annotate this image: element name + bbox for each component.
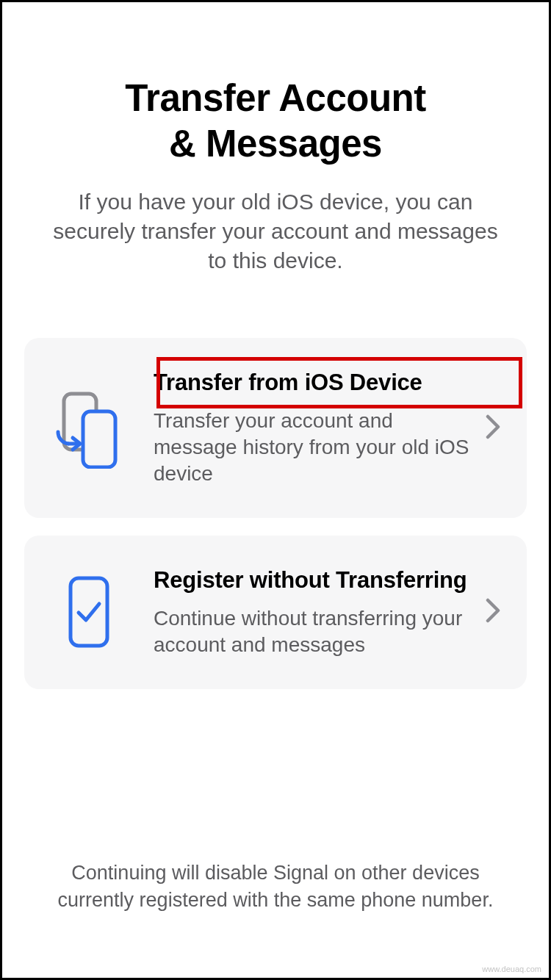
page-title-line1: Transfer Account <box>125 77 426 119</box>
option-register-title: Register without Transferring <box>154 566 478 594</box>
option-transfer-ios[interactable]: Transfer from iOS Device Transfer your a… <box>24 338 527 518</box>
chevron-right-icon <box>486 414 511 442</box>
option-register-text: Register without Transferring Continue w… <box>121 566 486 658</box>
option-register-without[interactable]: Register without Transferring Continue w… <box>24 536 527 689</box>
watermark: www.deuaq.com <box>482 965 541 973</box>
svg-rect-1 <box>83 411 115 467</box>
transfer-devices-icon <box>54 388 121 469</box>
options-list: Transfer from iOS Device Transfer your a… <box>24 338 527 689</box>
option-register-subtitle: Continue without transferring your accou… <box>154 605 478 658</box>
page-subtitle: If you have your old iOS device, you can… <box>24 187 527 275</box>
page-title-line2: & Messages <box>169 123 382 165</box>
footer-note: Continuing will disable Signal on other … <box>2 860 549 913</box>
option-transfer-text: Transfer from iOS Device Transfer your a… <box>121 369 486 487</box>
chevron-right-icon <box>486 598 511 626</box>
option-transfer-subtitle: Transfer your account and message histor… <box>154 408 478 486</box>
page-title: Transfer Account & Messages <box>24 76 527 167</box>
device-check-icon <box>54 572 121 652</box>
option-transfer-title: Transfer from iOS Device <box>154 369 478 396</box>
svg-rect-3 <box>71 578 107 646</box>
